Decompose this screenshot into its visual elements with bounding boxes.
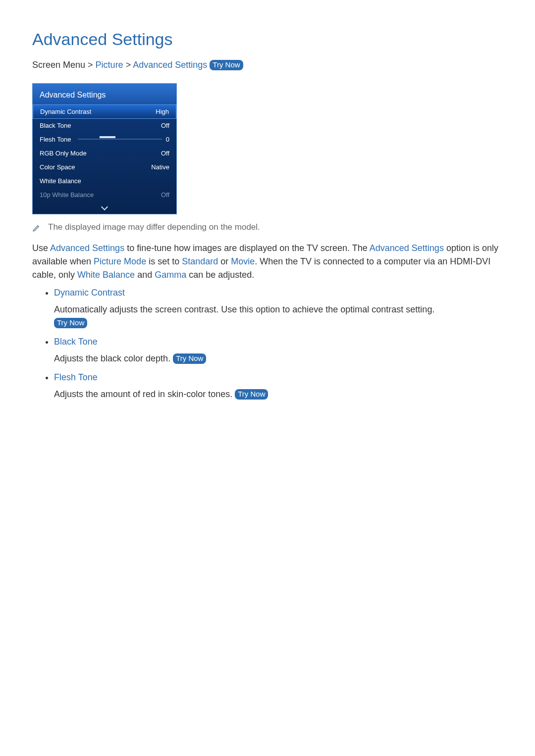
- try-now-button[interactable]: Try Now: [235, 389, 268, 400]
- menu-row-color-space[interactable]: Color Space Native: [33, 160, 176, 174]
- menu-row-label: White Balance: [40, 177, 81, 185]
- menu-row-value: Off: [161, 191, 169, 199]
- feature-desc: Adjusts the black color depth. Try Now: [54, 352, 503, 365]
- text: Adjusts the amount of red in skin-color …: [54, 389, 235, 399]
- text: Automatically adjusts the screen contras…: [54, 304, 434, 314]
- menu-row-dynamic-contrast[interactable]: Dynamic Contrast High: [33, 104, 176, 119]
- feature-dynamic-contrast: Dynamic Contrast Automatically adjusts t…: [54, 288, 503, 330]
- kw-standard: Standard: [182, 256, 218, 266]
- text: or: [218, 256, 231, 266]
- try-now-button[interactable]: Try Now: [210, 60, 243, 70]
- text: is set to: [146, 256, 182, 266]
- feature-desc: Automatically adjusts the screen contras…: [54, 303, 503, 330]
- menu-row-value: Off: [161, 150, 169, 157]
- intro-paragraph: Use Advanced Settings to fine-tune how i…: [32, 242, 503, 282]
- text: Adjusts the black color depth.: [54, 353, 173, 363]
- page-title: Advanced Settings: [32, 30, 503, 49]
- menu-row-label: 10p White Balance: [40, 191, 94, 199]
- menu-row-10p-white-balance: 10p White Balance Off: [33, 188, 176, 202]
- note-row: The displayed image may differ depending…: [32, 222, 503, 235]
- kw-advanced-settings: Advanced Settings: [370, 243, 444, 253]
- breadcrumb: Screen Menu > Picture > Advanced Setting…: [32, 60, 503, 70]
- menu-row-label: Flesh Tone: [40, 136, 71, 143]
- breadcrumb-advanced[interactable]: Advanced Settings: [133, 60, 207, 70]
- feature-list: Dynamic Contrast Automatically adjusts t…: [32, 288, 503, 401]
- menu-row-value: Off: [161, 122, 169, 129]
- slider-thumb[interactable]: [100, 136, 115, 138]
- feature-title: Black Tone: [54, 337, 503, 347]
- breadcrumb-sep: >: [126, 60, 131, 70]
- text: Use: [32, 243, 50, 253]
- menu-row-label: RGB Only Mode: [40, 150, 87, 157]
- menu-row-value: 0: [166, 136, 169, 143]
- menu-row-black-tone[interactable]: Black Tone Off: [33, 118, 176, 132]
- menu-scroll-down[interactable]: [33, 202, 176, 214]
- tv-menu-preview: Advanced Settings Dynamic Contrast High …: [32, 83, 177, 214]
- menu-row-flesh-tone[interactable]: Flesh Tone 0: [33, 132, 176, 146]
- text: to fine-tune how images are displayed on…: [124, 243, 370, 253]
- kw-white-balance: White Balance: [77, 270, 135, 280]
- menu-row-label: Dynamic Contrast: [40, 108, 91, 115]
- feature-title: Dynamic Contrast: [54, 288, 503, 298]
- menu-row-white-balance[interactable]: White Balance: [33, 174, 176, 188]
- slider[interactable]: [78, 137, 161, 142]
- menu-row-value: Native: [151, 163, 169, 171]
- menu-row-label: Color Space: [40, 163, 75, 171]
- breadcrumb-sep: >: [88, 60, 93, 70]
- text: and: [135, 270, 155, 280]
- feature-flesh-tone: Flesh Tone Adjusts the amount of red in …: [54, 372, 503, 401]
- tv-menu-header: Advanced Settings: [33, 84, 176, 105]
- menu-row-rgb-only[interactable]: RGB Only Mode Off: [33, 146, 176, 160]
- kw-picture-mode: Picture Mode: [94, 256, 146, 266]
- chevron-down-icon: [101, 203, 108, 210]
- kw-movie: Movie: [231, 256, 255, 266]
- breadcrumb-root: Screen Menu: [32, 60, 85, 70]
- menu-row-value: High: [156, 108, 169, 115]
- menu-row-label: Black Tone: [40, 122, 71, 129]
- pencil-icon: [32, 223, 41, 235]
- feature-black-tone: Black Tone Adjusts the black color depth…: [54, 337, 503, 365]
- kw-advanced-settings: Advanced Settings: [50, 243, 124, 253]
- try-now-button[interactable]: Try Now: [173, 353, 206, 364]
- feature-desc: Adjusts the amount of red in skin-color …: [54, 388, 503, 401]
- text: can be adjusted.: [186, 270, 254, 280]
- feature-title: Flesh Tone: [54, 372, 503, 383]
- note-text: The displayed image may differ depending…: [48, 222, 260, 232]
- kw-gamma: Gamma: [155, 270, 186, 280]
- try-now-button[interactable]: Try Now: [54, 318, 87, 328]
- breadcrumb-picture[interactable]: Picture: [96, 60, 123, 70]
